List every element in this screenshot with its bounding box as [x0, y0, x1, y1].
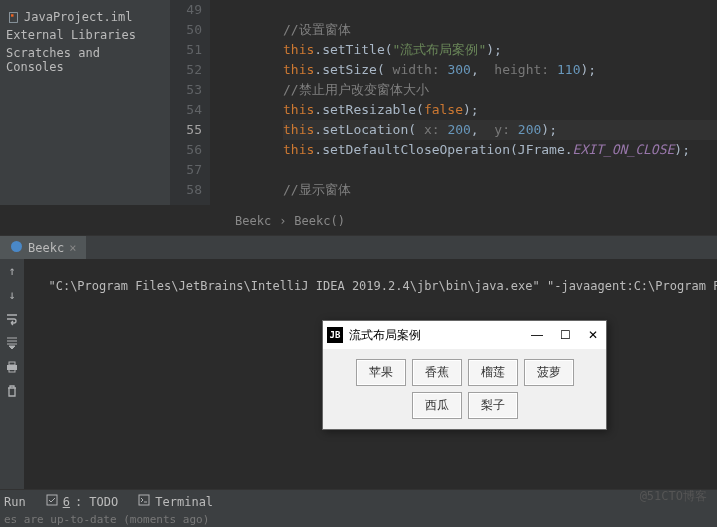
line-number: 50 — [170, 20, 202, 40]
java-button[interactable]: 菠萝 — [524, 359, 574, 386]
console-tab[interactable]: Beekc × — [0, 236, 86, 260]
line-number: 52 — [170, 60, 202, 80]
todo-tool-window-button[interactable]: 6: TODO — [46, 494, 119, 509]
line-number: 51 — [170, 40, 202, 60]
watermark: @51CTO博客 — [640, 488, 707, 505]
svg-rect-7 — [139, 495, 149, 505]
editor-gutter: 49 50 51 52 53 54 55 56 57 58 — [170, 0, 210, 205]
svg-rect-0 — [9, 12, 17, 22]
trash-icon[interactable] — [4, 383, 20, 399]
scroll-end-icon[interactable] — [4, 335, 20, 351]
breadcrumb-item[interactable]: Beekc() — [294, 214, 345, 228]
java-button[interactable]: 西瓜 — [412, 392, 462, 419]
svg-rect-4 — [9, 362, 15, 365]
java-window-title: 流式布局案例 — [349, 327, 530, 344]
arrow-down-icon[interactable]: ↓ — [4, 287, 20, 303]
svg-point-2 — [11, 241, 22, 252]
bottom-tool-bar: Run 6: TODO Terminal — [0, 489, 717, 513]
minimize-icon[interactable]: — — [530, 328, 544, 342]
terminal-icon — [138, 494, 150, 509]
svg-rect-6 — [47, 495, 57, 505]
chevron-right-icon: › — [279, 214, 286, 228]
arrow-up-icon[interactable]: ↑ — [4, 263, 20, 279]
line-number: 49 — [170, 0, 202, 20]
run-toolbar: ↑ ↓ — [0, 259, 24, 489]
run-tool-window-button[interactable]: Run — [4, 495, 26, 509]
checkbox-icon — [46, 494, 58, 509]
java-button[interactable]: 香蕉 — [412, 359, 462, 386]
breadcrumb-item[interactable]: Beekc — [235, 214, 271, 228]
project-item-label: Scratches and Consoles — [6, 46, 164, 74]
project-item-scratches[interactable]: Scratches and Consoles — [0, 44, 170, 76]
breadcrumb: Beekc › Beekc() — [210, 210, 345, 232]
console-line: "C:\Program Files\JetBrains\IntelliJ IDE… — [48, 279, 717, 293]
line-number: 58 — [170, 180, 202, 200]
svg-rect-5 — [9, 369, 15, 372]
console-tab-bar: Beekc × — [0, 235, 717, 259]
java-button[interactable]: 苹果 — [356, 359, 406, 386]
line-number: 54 — [170, 100, 202, 120]
console-tab-label: Beekc — [28, 241, 64, 255]
line-number: 56 — [170, 140, 202, 160]
line-number-current: 55 — [170, 120, 202, 140]
svg-rect-1 — [11, 14, 13, 16]
java-app-icon: JB — [327, 327, 343, 343]
print-icon[interactable] — [4, 359, 20, 375]
code-comment: //显示窗体 — [283, 182, 351, 197]
project-item-label: JavaProject.iml — [24, 10, 132, 24]
class-icon — [10, 240, 23, 256]
java-button[interactable]: 梨子 — [468, 392, 518, 419]
wrap-icon[interactable] — [4, 311, 20, 327]
file-icon — [6, 10, 20, 24]
project-item-label: External Libraries — [6, 28, 136, 42]
maximize-icon[interactable]: ☐ — [558, 328, 572, 342]
terminal-tool-window-button[interactable]: Terminal — [138, 494, 213, 509]
code-comment: //设置窗体 — [283, 22, 351, 37]
java-titlebar[interactable]: JB 流式布局案例 — ☐ ✕ — [323, 321, 606, 349]
close-icon[interactable]: ✕ — [586, 328, 600, 342]
code-comment: //禁止用户改变窗体大小 — [283, 82, 429, 97]
project-item-external-libs[interactable]: External Libraries — [0, 26, 170, 44]
status-bar: es are up-to-date (moments ago) — [0, 513, 717, 527]
line-number: 57 — [170, 160, 202, 180]
status-text: es are up-to-date (moments ago) — [4, 513, 209, 526]
java-window-body: 苹果 香蕉 榴莲 菠萝 西瓜 梨子 — [323, 349, 606, 429]
code-editor[interactable]: //设置窗体 this.setTitle("流式布局案例"); this.set… — [210, 0, 717, 205]
java-app-window[interactable]: JB 流式布局案例 — ☐ ✕ 苹果 香蕉 榴莲 菠萝 西瓜 梨子 — [322, 320, 607, 430]
close-icon[interactable]: × — [69, 241, 76, 255]
line-number: 53 — [170, 80, 202, 100]
java-button[interactable]: 榴莲 — [468, 359, 518, 386]
project-item-iml[interactable]: JavaProject.iml — [0, 8, 170, 26]
project-panel: JavaProject.iml External Libraries Scrat… — [0, 0, 170, 205]
